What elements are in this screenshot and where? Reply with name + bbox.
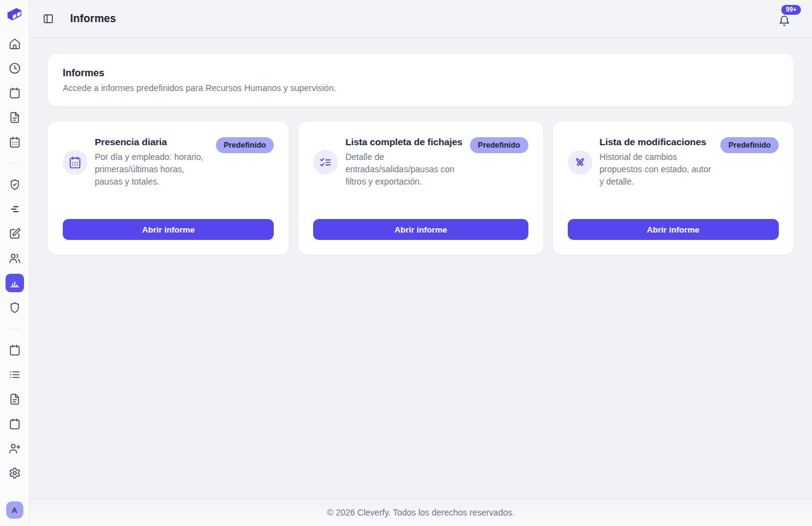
shield-check-icon <box>9 178 21 191</box>
bulleted-list-icon <box>9 369 21 381</box>
main-column: Informes 99+ Informes Accede a informes … <box>30 0 812 526</box>
sidebar-item-calendar-2[interactable] <box>0 338 30 362</box>
home-icon <box>9 38 21 50</box>
list-checks-icon <box>313 150 338 175</box>
calendar-icon <box>9 344 21 356</box>
intro-card: Informes Accede a informes predefinidos … <box>48 54 794 106</box>
predefined-badge: Predefinido <box>216 137 274 153</box>
open-report-button[interactable]: Abrir informe <box>313 219 528 240</box>
sidebar-item-home[interactable] <box>0 31 30 56</box>
sidebar-item-requests[interactable] <box>0 197 30 221</box>
notifications-button[interactable]: 99+ <box>776 11 792 27</box>
card-title: Presencia diaria <box>95 137 209 148</box>
open-report-button[interactable]: Abrir informe <box>63 219 274 240</box>
bell-icon <box>778 15 790 27</box>
active-item-tile <box>6 274 24 292</box>
calendar-icon <box>9 418 21 430</box>
report-card-lista-fichajes: Lista completa de fichajes Detalle de en… <box>298 122 543 255</box>
report-cards: Presencia diaria Por día y empleado: hor… <box>48 122 794 255</box>
sidebar-item-calendar-days[interactable] <box>0 130 30 154</box>
sidebar-item-calendar-3[interactable] <box>0 412 30 436</box>
square-pen-icon <box>9 228 21 240</box>
sidebar-item-list[interactable] <box>0 362 30 387</box>
sidebar-item-add-user[interactable] <box>0 436 30 461</box>
card-text: Lista completa de fichajes Detalle de en… <box>345 137 462 188</box>
card-header: Lista completa de fichajes Detalle de en… <box>313 137 528 188</box>
intro-title: Informes <box>63 68 779 79</box>
card-description: Por día y empleado: horario, primeras/úl… <box>95 151 209 188</box>
sidebar-toggle-button[interactable] <box>39 10 57 28</box>
calendar-days-icon <box>9 136 21 148</box>
sidebar-item-reports[interactable] <box>0 271 30 295</box>
app-root: A Informes 99+ Informes Accede a informe… <box>0 0 812 526</box>
settings-icon <box>9 467 21 479</box>
staggered-lines-icon <box>9 203 21 215</box>
predefined-badge: Predefinido <box>720 137 779 153</box>
notifications-count-badge: 99+ <box>781 5 801 15</box>
sidebar-item-employees[interactable] <box>0 246 30 271</box>
logo-icon <box>4 6 25 26</box>
sidebar-item-documents-2[interactable] <box>0 387 30 412</box>
card-text: Presencia diaria Por día y empleado: hor… <box>95 137 209 188</box>
report-card-presencia-diaria: Presencia diaria Por día y empleado: hor… <box>48 122 289 255</box>
card-title: Lista completa de fichajes <box>345 137 462 148</box>
calendar-icon <box>9 87 21 99</box>
file-text-icon <box>9 111 21 124</box>
copyright-text: © 2026 Cleverfy. Todos los derechos rese… <box>327 508 515 517</box>
intro-subtitle: Accede a informes predefinidos para Recu… <box>63 83 779 93</box>
sidebar-nav <box>0 31 29 485</box>
sidebar-item-settings[interactable] <box>0 461 30 485</box>
app-logo[interactable] <box>4 6 25 26</box>
footer: © 2026 Cleverfy. Todos los derechos rese… <box>30 498 812 526</box>
sidebar-item-calendar[interactable] <box>0 81 30 105</box>
card-header: Lista de modificaciones Historial de cam… <box>568 137 779 188</box>
open-report-button[interactable]: Abrir informe <box>568 219 779 240</box>
sidebar-divider <box>9 163 21 164</box>
card-description: Detalle de entradas/salidas/pausas con f… <box>345 151 462 188</box>
sidebar: A <box>0 0 30 526</box>
panel-left-icon <box>42 13 54 25</box>
page-title: Informes <box>70 12 116 25</box>
header: Informes 99+ <box>30 0 812 38</box>
sidebar-item-shield-check[interactable] <box>0 172 30 197</box>
main-content: Informes Accede a informes predefinidos … <box>30 38 812 498</box>
sidebar-item-documents[interactable] <box>0 105 30 130</box>
report-card-lista-modificaciones: Lista de modificaciones Historial de cam… <box>553 122 794 255</box>
user-plus-icon <box>9 442 21 455</box>
clock-icon <box>9 62 21 74</box>
sidebar-item-edit[interactable] <box>0 221 30 246</box>
crossed-pencils-icon <box>568 150 592 175</box>
card-header: Presencia diaria Por día y empleado: hor… <box>63 137 274 188</box>
predefined-badge: Predefinido <box>470 137 528 153</box>
sidebar-item-shield[interactable] <box>0 295 30 320</box>
calendar-days-icon <box>63 150 87 175</box>
sidebar-item-clock[interactable] <box>0 56 30 81</box>
user-avatar[interactable]: A <box>6 501 23 519</box>
users-icon <box>9 252 21 265</box>
bar-chart-icon <box>9 277 21 289</box>
avatar-initial: A <box>12 506 17 515</box>
card-text: Lista de modificaciones Historial de cam… <box>600 137 714 188</box>
file-text-icon <box>9 393 21 405</box>
card-description: Historial de cambios propuestos con esta… <box>600 151 714 188</box>
sidebar-divider <box>9 329 21 329</box>
shield-icon <box>9 301 21 314</box>
card-title: Lista de modificaciones <box>600 137 714 148</box>
